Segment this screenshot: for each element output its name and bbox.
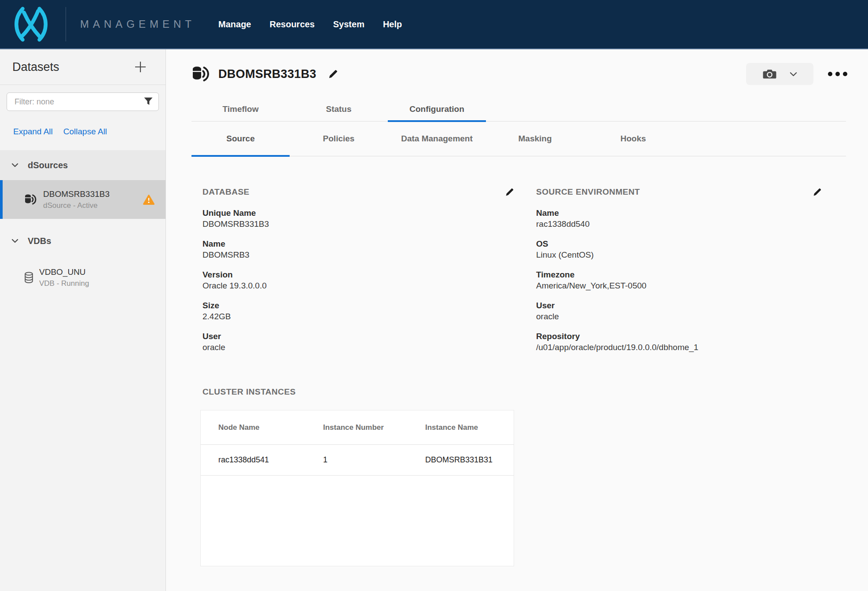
field: Size 2.42GB <box>202 300 514 322</box>
delphix-logo-icon <box>10 7 53 42</box>
tab-status[interactable]: Status <box>290 98 388 122</box>
table-header-row: Node Name Instance Number Instance Name <box>201 410 514 445</box>
edit-pencil-icon[interactable] <box>328 69 338 79</box>
source-environment-fields: Name rac1338dd540 OS Linux (CentOS) Time… <box>536 207 822 353</box>
field: Unique Name DBOMSRB331B3 <box>202 207 514 229</box>
chevron-down-icon <box>11 163 18 167</box>
field-label: Size <box>202 300 514 311</box>
cell-instance-number: 1 <box>323 455 425 465</box>
logo-divider <box>66 7 66 41</box>
field-value: rac1338dd540 <box>536 218 822 229</box>
field: Repository /u01/app/oracle/product/19.0.… <box>536 331 822 353</box>
field-label: User <box>536 300 822 311</box>
field: Timezone America/New_York,EST-0500 <box>536 269 822 291</box>
field: Name DBOMSRB3 <box>202 238 514 260</box>
dataset-name: VDBO_UNU <box>39 267 89 277</box>
field-label: Name <box>202 238 514 249</box>
source-environment-section: SOURCE ENVIRONMENT Name rac1338dd540 <box>536 187 822 566</box>
filter-funnel-icon[interactable] <box>144 97 153 105</box>
page-title: DBOMSRB331B3 <box>218 67 316 81</box>
tab-timeflow[interactable]: Timeflow <box>191 98 290 122</box>
field-label: Unique Name <box>202 207 514 218</box>
tab-configuration[interactable]: Configuration <box>388 98 486 122</box>
dataset-status: VDB - Running <box>39 279 89 288</box>
field-value: DBOMSRB3 <box>202 249 514 260</box>
main-tabs: Timeflow Status Configuration <box>191 98 846 122</box>
field: Name rac1338dd540 <box>536 207 822 229</box>
subtab-data-management[interactable]: Data Management <box>388 122 486 157</box>
expand-all-link[interactable]: Expand All <box>13 127 53 137</box>
cluster-instances-section: CLUSTER INSTANCES Node Name Instance Num… <box>202 387 514 566</box>
section-title: DATABASE <box>202 187 250 197</box>
edit-pencil-icon[interactable] <box>505 188 514 197</box>
cell-instance-name: DBOMSRB331B31 <box>425 455 514 465</box>
subtab-hooks[interactable]: Hooks <box>584 122 682 157</box>
chevron-down-icon <box>11 239 18 243</box>
top-nav: Manage Resources System Help <box>218 19 402 30</box>
field: User oracle <box>536 300 822 322</box>
section-title: CLUSTER INSTANCES <box>202 387 514 397</box>
field-value: America/New_York,EST-0500 <box>536 280 822 291</box>
nav-resources[interactable]: Resources <box>269 19 314 30</box>
warning-icon <box>143 195 154 205</box>
app-window: MANAGEMENT Manage Resources System Help … <box>0 0 868 591</box>
group-label: dSources <box>28 160 68 170</box>
field-label: Version <box>202 269 514 280</box>
chevron-down-icon <box>790 72 797 77</box>
filter-input[interactable] <box>7 92 159 111</box>
main-content: DBOMSRB331B3 <box>166 49 868 591</box>
table-row[interactable]: rac1338dd541 1 DBOMSRB331B31 <box>201 445 514 476</box>
vdb-icon <box>24 272 33 284</box>
group-dsources[interactable]: dSources <box>0 150 166 180</box>
field-value: Oracle 19.3.0.0.0 <box>202 280 514 291</box>
field-value: DBOMSRB331B3 <box>202 218 514 229</box>
subtab-masking[interactable]: Masking <box>486 122 584 157</box>
nav-system[interactable]: System <box>333 19 364 30</box>
cell-node-name: rac1338dd541 <box>218 455 323 465</box>
sidebar-item-vdbo-unu[interactable]: VDBO_UNU VDB - Running <box>0 267 166 288</box>
sidebar-item-dbomsrb331b3[interactable]: DBOMSRB331B3 dSource - Active <box>0 180 166 219</box>
section-title: SOURCE ENVIRONMENT <box>536 187 640 197</box>
field-label: OS <box>536 238 822 249</box>
sidebar-links: Expand All Collapse All <box>13 127 166 137</box>
subtab-policies[interactable]: Policies <box>290 122 388 157</box>
group-label: VDBs <box>28 236 51 246</box>
subtab-source[interactable]: Source <box>191 122 290 157</box>
field-label: Name <box>536 207 822 218</box>
cluster-instances-table: Node Name Instance Number Instance Name … <box>200 410 514 566</box>
column-header: Instance Number <box>323 423 425 432</box>
field-value: 2.42GB <box>202 311 514 322</box>
column-header: Node Name <box>218 423 323 432</box>
field-label: User <box>202 331 514 342</box>
group-vdbs[interactable]: VDBs <box>0 226 166 256</box>
edit-pencil-icon[interactable] <box>813 188 822 197</box>
sidebar-header: Datasets <box>0 49 166 85</box>
brand-title: MANAGEMENT <box>80 18 195 30</box>
top-nav-bar: MANAGEMENT Manage Resources System Help <box>0 0 868 49</box>
datasets-sidebar: Datasets Expand All Collapse All <box>0 49 166 591</box>
column-header: Instance Name <box>425 423 514 432</box>
field-value: oracle <box>202 342 514 353</box>
collapse-all-link[interactable]: Collapse All <box>63 127 107 137</box>
snapshot-camera-button[interactable] <box>746 63 813 85</box>
field: User oracle <box>202 331 514 353</box>
field: OS Linux (CentOS) <box>536 238 822 260</box>
field-value: /u01/app/oracle/product/19.0.0.0/dbhome_… <box>536 342 822 353</box>
field-value: oracle <box>536 311 822 322</box>
dataset-status: dSource - Active <box>43 201 110 210</box>
dsource-icon <box>24 194 37 205</box>
field-value: Linux (CentOS) <box>536 249 822 260</box>
config-subtabs: Source Policies Data Management Masking … <box>191 122 846 156</box>
dataset-name: DBOMSRB331B3 <box>43 189 110 199</box>
database-fields: Unique Name DBOMSRB331B3 Name DBOMSRB3 V… <box>202 207 514 353</box>
more-actions-button[interactable] <box>828 72 847 76</box>
page-header: DBOMSRB331B3 <box>191 63 847 85</box>
nav-manage[interactable]: Manage <box>218 19 251 30</box>
camera-icon <box>763 69 776 80</box>
field: Version Oracle 19.3.0.0.0 <box>202 269 514 291</box>
database-section: DATABASE Unique Name DBOMSRB331B3 <box>202 187 514 566</box>
nav-help[interactable]: Help <box>383 19 402 30</box>
add-dataset-button[interactable] <box>134 60 147 74</box>
filter-row <box>7 92 159 111</box>
sidebar-title: Datasets <box>12 60 59 74</box>
